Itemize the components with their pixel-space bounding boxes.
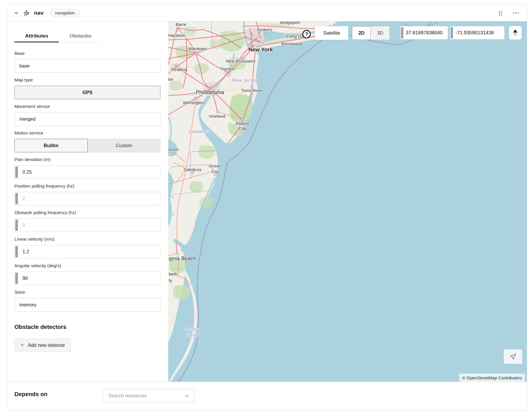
motion-service-toggle: Builtin Custom [14, 139, 160, 152]
store-label: Store [14, 290, 160, 295]
map-city-dot [228, 73, 230, 75]
select-chevron-icon [185, 395, 189, 397]
resource-name: nav [34, 10, 44, 16]
base-label: Base [14, 51, 160, 56]
service-sparkle-icon [23, 10, 29, 16]
navigation-arrow-icon [509, 353, 517, 360]
resource-type-badge: navigation [50, 9, 80, 17]
map-city-dot [251, 86, 253, 88]
angular-velocity-label: Angular velocity (deg/s) [14, 263, 160, 268]
map-label: Ocean [209, 163, 221, 168]
map[interactable]: BarreHazletonAllentownReadingterTrentonN… [168, 21, 527, 382]
base-input[interactable]: base [14, 59, 160, 73]
plan-deviation-label: Plan deviation (m) [14, 157, 160, 162]
card-header: nav navigation {} [7, 5, 527, 21]
position-polling-input[interactable]: 2 [14, 192, 160, 205]
map-city-dot [217, 111, 219, 113]
map-label: Vineland [209, 114, 225, 119]
longitude-input[interactable]: -71.93590131438 [450, 26, 504, 39]
map-label: New York [248, 46, 273, 53]
panel-tabs: Attributes Obstacles [14, 30, 160, 42]
map-city-dot [195, 53, 197, 55]
attributes-panel: Attributes Obstacles Base base Map type … [7, 21, 168, 382]
collapse-chevron-icon[interactable] [14, 12, 18, 14]
angular-velocity-input[interactable]: 90 [14, 271, 160, 285]
map-city-dot [173, 152, 175, 154]
map-2d-button[interactable]: 2D [352, 26, 371, 40]
map-label: beth [169, 271, 177, 276]
map-label: Brentwood [281, 41, 302, 46]
map-type-label: Map type [14, 77, 160, 83]
map-city-dot [211, 86, 213, 88]
map-city-dot [192, 172, 194, 174]
map-type-button[interactable]: GPS [14, 86, 160, 99]
map-city-dot [264, 33, 266, 35]
depends-on-section: Depends on Search resources [7, 382, 527, 411]
more-menu-icon[interactable] [513, 12, 519, 14]
movement-sensor-label: Movement sensor [14, 104, 160, 109]
obstacle-detectors-heading: Obstacle detectors [14, 324, 160, 330]
map-label: ty [169, 278, 172, 283]
map-label: Sound [186, 332, 199, 337]
map-label: Trenton [220, 66, 235, 71]
map-label: Delaware [188, 129, 209, 134]
store-input[interactable]: memory [14, 298, 160, 312]
map-label: City [211, 169, 219, 174]
map-3d-button[interactable]: 3D [371, 26, 389, 40]
map-label: Reading [171, 67, 187, 72]
map-attribution: © OpenStreetMap Contributors [459, 374, 525, 382]
map-label: Hazleton [168, 33, 185, 38]
map-label: Barre [176, 22, 186, 27]
obstacle-polling-input[interactable]: 0 [14, 218, 160, 232]
motion-custom-option[interactable]: Custom [88, 139, 161, 152]
map-label: Yonkers [256, 27, 272, 32]
movement-sensor-input[interactable]: merged [14, 112, 160, 126]
plan-deviation-input[interactable]: 0.25 [14, 165, 160, 179]
map-label: Bridgeport [280, 21, 300, 25]
map-label: Atlantic [235, 121, 250, 126]
linear-velocity-input[interactable]: 1.2 [14, 245, 160, 259]
linear-velocity-label: Linear velocity (m/s) [14, 237, 160, 242]
zoom-out-arrow-icon [513, 33, 518, 36]
map-label: Toms River [241, 88, 263, 93]
motion-builtin-option[interactable]: Builtin [14, 139, 88, 152]
map-label: Philadelphia [196, 89, 224, 95]
json-braces-icon[interactable]: {} [499, 10, 503, 16]
map-label: aston [168, 147, 179, 152]
add-detector-button[interactable]: +Add new detector [14, 338, 71, 352]
plus-icon: + [20, 342, 24, 349]
tab-attributes[interactable]: Attributes [14, 30, 59, 42]
locate-button[interactable] [504, 349, 522, 364]
map-label: New Brunswick [226, 59, 256, 63]
map-label: New Jersey [232, 78, 258, 83]
map-city-dot [175, 65, 177, 67]
tab-obstacles[interactable]: Obstacles [59, 30, 102, 42]
map-city-dot [241, 56, 243, 58]
motion-service-label: Motion service [14, 130, 160, 136]
map-label: ter [168, 77, 173, 82]
resource-card: nav navigation {} Attributes Obstacles B… [7, 4, 527, 411]
latitude-input[interactable]: 37.81897838040 [400, 26, 448, 39]
depends-on-label: Depends on [14, 391, 47, 398]
map-city-dot [176, 30, 178, 32]
openstreetmap-basemap: BarreHazletonAllentownReadingterTrentonN… [168, 21, 527, 382]
obstacle-polling-label: Obstacle polling frequency (hz) [14, 210, 160, 215]
map-satellite-button[interactable]: Satellite [315, 26, 348, 40]
position-polling-label: Position polling frequency (hz) [14, 183, 160, 189]
depends-on-select[interactable]: Search resources [103, 389, 194, 403]
map-label: Pamlico [184, 327, 199, 332]
map-city-dot [242, 118, 244, 120]
map-city-dot [176, 252, 178, 254]
zoom-spinner[interactable] [509, 26, 522, 40]
map-label: ginia Beach [169, 256, 196, 261]
map-label: Allentown [188, 46, 207, 51]
map-label: Salisbury [183, 167, 201, 172]
map-city-dot [195, 97, 197, 99]
map-label: Wilmington [183, 100, 204, 105]
zoom-in-arrow-icon [513, 29, 518, 33]
map-label: City [239, 126, 246, 131]
